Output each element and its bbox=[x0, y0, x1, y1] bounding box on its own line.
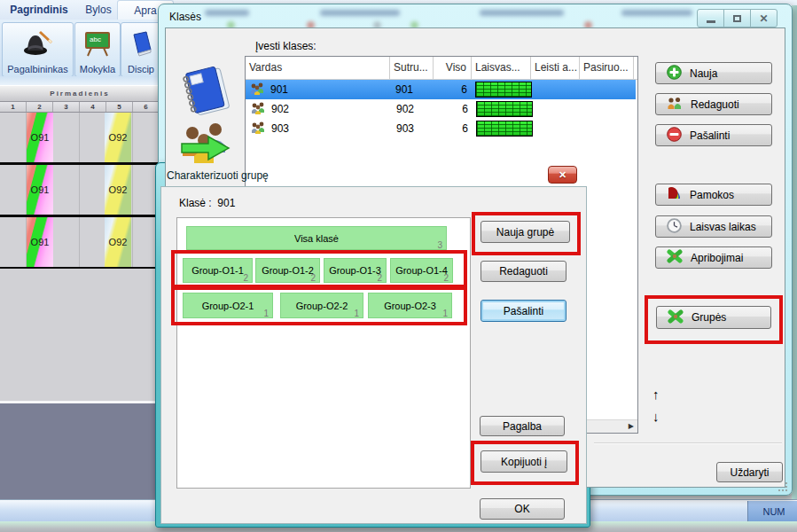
class-group-icon bbox=[250, 82, 265, 99]
pasalinti-grupe-button[interactable]: Pašalinti bbox=[481, 300, 566, 322]
whole-class-block[interactable]: Visa klasė 3 bbox=[186, 226, 447, 250]
divider bbox=[594, 442, 782, 443]
lesson-cell[interactable]: O92 bbox=[105, 165, 131, 215]
column-header-leisti[interactable]: Leisti a... bbox=[531, 57, 580, 79]
lesson-cell[interactable]: O91 bbox=[27, 165, 53, 215]
klase-label: Klasė : bbox=[179, 197, 212, 209]
glass-blur-artifact bbox=[205, 10, 249, 16]
close-button[interactable]: ✕ bbox=[750, 9, 777, 27]
redaguoti-grupe-button[interactable]: Redaguoti bbox=[481, 261, 566, 282]
glass-blur-artifact bbox=[320, 10, 400, 16]
chalkboard-icon: abc bbox=[83, 23, 112, 64]
apribojimai-button[interactable]: Apribojimai bbox=[655, 246, 772, 269]
constraints-icon bbox=[667, 249, 683, 266]
table-row-903[interactable]: 903 903 6 bbox=[246, 119, 633, 138]
ribbon-button-mokykla[interactable]: abc Mokykla bbox=[74, 22, 121, 77]
group-block-o2-1[interactable]: Group-O2-1 1 bbox=[183, 293, 273, 318]
ribbon-button-label: Discip bbox=[128, 64, 154, 74]
column-header: 4 bbox=[80, 102, 106, 112]
ribbon-button-pagalbininkas[interactable]: Pagalbininkas bbox=[2, 22, 74, 77]
groups-panel: Visa klasė 3 Group-O1-1 2 Group-O1-2 2 G… bbox=[176, 217, 471, 489]
pagalba-button[interactable]: Pagalba bbox=[480, 416, 565, 436]
tab-pagrindinis[interactable]: Pagrindinis bbox=[0, 0, 78, 20]
column-header: 6 bbox=[133, 102, 160, 112]
group-block-o2-2[interactable]: Group-O2-2 1 bbox=[280, 293, 363, 318]
char-client-area: Klasė : 901 Visa klasė 3 Group-O1-1 2 Gr… bbox=[160, 186, 587, 524]
minimize-button[interactable] bbox=[697, 9, 724, 27]
close-icon: ✕ bbox=[759, 13, 768, 24]
nauja-grupe-button[interactable]: Nauja grupė bbox=[481, 221, 570, 243]
group-count: 3 bbox=[437, 240, 442, 250]
window-title: Klasės bbox=[169, 11, 201, 23]
ribbon-button-disciplinos[interactable]: Discip bbox=[121, 22, 161, 77]
scroll-right-icon[interactable]: ▶ bbox=[629, 422, 634, 430]
table-row-901[interactable]: 901 901 6 bbox=[246, 80, 636, 99]
uzdaryti-button[interactable]: Uždaryti bbox=[716, 462, 783, 482]
free-time-bar bbox=[476, 101, 533, 117]
column-header-laisvas[interactable]: Laisvas... bbox=[472, 57, 531, 79]
button-label: Pamokos bbox=[690, 189, 734, 201]
button-label: Nauja grupė bbox=[496, 226, 554, 239]
workspace-background bbox=[0, 269, 160, 401]
blue-book-icon bbox=[129, 23, 152, 64]
lesson-cell[interactable]: O91 bbox=[27, 113, 53, 162]
button-label: Uždaryti bbox=[730, 466, 769, 479]
column-header-pasiruosimas[interactable]: Pasiruo... bbox=[580, 57, 634, 79]
group-block-o1-4[interactable]: Group-O1-4 2 bbox=[390, 258, 453, 283]
kopijuoti-i-button[interactable]: Kopijuoti į bbox=[481, 450, 567, 473]
group-label: Group-O2-3 bbox=[384, 301, 436, 311]
close-button[interactable]: ✕ bbox=[548, 166, 577, 184]
screen: Pagrindinis Bylos Apra Pagalbininkas bbox=[0, 0, 797, 532]
button-label: Apribojimai bbox=[691, 252, 743, 264]
timetable-row: O91 O92 bbox=[0, 217, 160, 270]
cell-viso: 6 bbox=[434, 119, 468, 138]
copy-class-users-icon bbox=[178, 121, 233, 170]
nauja-button[interactable]: Nauja bbox=[655, 62, 772, 84]
lessons-icon bbox=[667, 186, 682, 203]
move-down-arrow[interactable]: ↓ bbox=[652, 410, 660, 423]
svg-text:abc: abc bbox=[90, 35, 101, 43]
column-header: 5 bbox=[106, 102, 133, 112]
glass-blur-artifact bbox=[480, 10, 564, 16]
timetable-row: O91 O92 bbox=[0, 165, 160, 217]
cell-viso: 6 bbox=[434, 80, 467, 99]
column-header: 3 bbox=[53, 102, 80, 112]
group-label: Visa klasė bbox=[294, 233, 339, 244]
group-label: Group-O1-1 bbox=[191, 265, 244, 276]
button-label: Redaguoti bbox=[499, 265, 548, 278]
clock-icon bbox=[667, 218, 682, 236]
column-header-sutrumpinimas[interactable]: Sutru... bbox=[390, 57, 434, 79]
redaguoti-button[interactable]: Redaguoti bbox=[655, 93, 772, 115]
table-row-902[interactable]: 902 902 6 bbox=[246, 99, 633, 119]
magician-hat-icon bbox=[22, 23, 54, 64]
ribbon-button-label: Mokykla bbox=[80, 64, 115, 74]
grupes-button[interactable]: Grupės bbox=[656, 306, 771, 329]
group-count: 1 bbox=[442, 309, 448, 318]
pasalinti-button[interactable]: Pašalinti bbox=[655, 124, 772, 146]
maximize-button[interactable] bbox=[723, 9, 751, 27]
class-group-icon bbox=[251, 121, 266, 138]
lesson-cell[interactable]: O91 bbox=[27, 217, 53, 267]
button-label: Pagalba bbox=[503, 420, 542, 433]
ok-button[interactable]: OK bbox=[480, 498, 565, 520]
column-header-viso[interactable]: Viso bbox=[434, 57, 472, 79]
timetable: Pirmadienis 1 2 3 4 5 6 O91 O92 O91 O92 … bbox=[0, 85, 160, 270]
laisvas-laikas-button[interactable]: Laisvas laikas bbox=[655, 215, 772, 238]
group-block-o1-1[interactable]: Group-O1-1 2 bbox=[183, 258, 253, 283]
group-block-o1-2[interactable]: Group-O1-2 2 bbox=[255, 258, 320, 283]
lesson-cell[interactable]: O92 bbox=[105, 113, 131, 162]
lesson-cell[interactable]: O92 bbox=[105, 217, 131, 267]
group-count: 2 bbox=[443, 273, 449, 283]
group-block-o2-3[interactable]: Group-O2-3 1 bbox=[368, 293, 452, 318]
button-label: Pašalinti bbox=[504, 305, 543, 317]
cell-sutrumpinimas: 901 bbox=[395, 80, 413, 99]
group-block-o1-3[interactable]: Group-O1-3 2 bbox=[324, 258, 387, 283]
group-count: 1 bbox=[354, 309, 359, 318]
group-label: Group-O1-2 bbox=[262, 265, 314, 276]
class-group-icon bbox=[251, 102, 266, 119]
column-header-vardas[interactable]: Vardas bbox=[246, 57, 390, 79]
move-up-arrow[interactable]: ↑ bbox=[652, 387, 660, 401]
edit-users-icon bbox=[667, 97, 683, 113]
free-time-bar bbox=[476, 121, 533, 137]
pamokos-button[interactable]: Pamokos bbox=[655, 184, 772, 206]
